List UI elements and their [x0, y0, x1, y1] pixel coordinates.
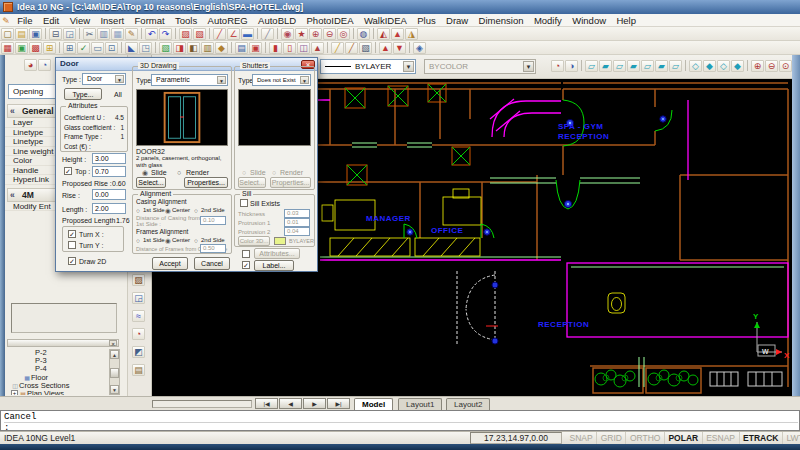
3d-type-combo[interactable]: Parametric▼: [151, 74, 228, 86]
toolbar-icon[interactable]: ↶: [145, 28, 158, 40]
toolbar-icon[interactable]: ◩: [132, 346, 145, 358]
toolbar-icon[interactable]: ▦: [111, 28, 124, 40]
toolbar-icon[interactable]: ▨: [132, 274, 145, 286]
toolbar-icon[interactable]: ◈: [413, 42, 426, 54]
toolbar-icon[interactable]: ◆: [215, 42, 228, 54]
toolbar-icon[interactable]: ╱: [261, 28, 274, 40]
toolbar-icon[interactable]: ╱: [331, 42, 344, 54]
toolbar-icon[interactable]: ▤: [235, 42, 248, 54]
toolbar-icon[interactable]: ▲: [379, 42, 392, 54]
turn-x-checkbox[interactable]: ✓: [68, 230, 76, 238]
toolbar-icon[interactable]: ◉: [281, 28, 294, 40]
frames-1st-radio[interactable]: ○: [136, 237, 140, 244]
toolbar-icon[interactable]: ✎: [125, 28, 138, 40]
casing-center-radio[interactable]: ◉: [165, 207, 171, 214]
tab-scroll-groove[interactable]: [152, 400, 252, 408]
toolbar-icon[interactable]: ▣: [15, 42, 28, 54]
sill-exists-checkbox[interactable]: [240, 199, 248, 207]
scroll-up-icon[interactable]: ▲: [110, 350, 119, 359]
length-field[interactable]: 2.00: [92, 203, 126, 214]
door-type-combo[interactable]: Door▼: [82, 73, 126, 85]
chevron-down-icon[interactable]: ▼: [115, 75, 124, 83]
toolbar-icon[interactable]: ⊙: [779, 60, 792, 72]
toolbar-icon[interactable]: ◨: [173, 42, 186, 54]
toolbar-icon[interactable]: ▤: [15, 28, 28, 40]
toolbar-icon[interactable]: ▨: [179, 28, 192, 40]
casing-2nd-radio[interactable]: ○: [194, 207, 198, 214]
chevron-down-icon[interactable]: ▼: [403, 61, 414, 72]
toolbar-icon[interactable]: ⊕: [309, 28, 322, 40]
toolbar-icon[interactable]: ▢: [1, 28, 14, 40]
command-line[interactable]: Cancel :: [0, 410, 800, 431]
menu-tools[interactable]: Tools: [170, 14, 203, 27]
collapse-icon[interactable]: «: [10, 190, 15, 200]
chevron-down-icon[interactable]: ▼: [217, 76, 226, 84]
toolbar-icon[interactable]: ◧: [187, 42, 200, 54]
toolbar-icon[interactable]: ◔: [132, 328, 145, 340]
menu-file[interactable]: File: [12, 14, 38, 27]
toolbar-icon[interactable]: ◔: [551, 60, 564, 72]
tree-item-p-2[interactable]: P-2: [7, 349, 108, 357]
chevron-down-icon[interactable]: ▼: [300, 76, 309, 84]
tree-item-plan-views[interactable]: +▤Plan Views: [7, 390, 108, 395]
render-radio[interactable]: ○: [177, 169, 181, 176]
toolbar-icon[interactable]: ★: [295, 28, 308, 40]
toolbar-icon[interactable]: ▱: [613, 60, 626, 72]
coordinates-readout[interactable]: 17.23,14.97,0.00: [470, 432, 562, 444]
tree-item-p-4[interactable]: P-4: [7, 365, 108, 373]
status-toggle-lwt[interactable]: LWT: [783, 432, 800, 444]
turn-y-checkbox[interactable]: [68, 241, 76, 249]
toolbar-icon[interactable]: ▱: [585, 60, 598, 72]
menu-dimension[interactable]: Dimension: [473, 14, 528, 27]
top-checkbox[interactable]: ✓: [64, 167, 72, 175]
tab-nav-next[interactable]: ▶: [303, 398, 326, 409]
toolbar-icon[interactable]: ▧: [193, 28, 206, 40]
toolbar-icon[interactable]: ▥: [201, 42, 214, 54]
toolbar-icon[interactable]: ⊞: [43, 42, 56, 54]
toolbar-icon[interactable]: ◲: [63, 28, 76, 40]
accept-button[interactable]: Accept: [152, 257, 188, 270]
menu-view[interactable]: View: [64, 14, 95, 27]
toolbar-icon[interactable]: ⊡: [105, 42, 118, 54]
toolbar-icon[interactable]: ▲: [311, 42, 324, 54]
toolbar-icon[interactable]: ▦: [1, 42, 14, 54]
menu-draw[interactable]: Draw: [441, 14, 474, 27]
toolbar-icon[interactable]: ◭: [377, 28, 390, 40]
casing-1st-radio[interactable]: ○: [136, 207, 140, 214]
toolbar-icon[interactable]: ◫: [297, 42, 310, 54]
toolbar-icon[interactable]: ◆: [731, 60, 744, 72]
toolbar-icon[interactable]: ✂: [83, 28, 96, 40]
scroll-down-icon[interactable]: ▼: [110, 385, 119, 394]
toolbar-icon[interactable]: ▣: [29, 28, 42, 40]
shutters-type-combo[interactable]: Does not Exist▼: [252, 74, 311, 86]
toolbar-icon[interactable]: ◇: [689, 60, 702, 72]
status-toggle-ortho[interactable]: ORTHO: [626, 432, 665, 444]
tab-nav-prev[interactable]: ◀: [279, 398, 302, 409]
toolbar-icon[interactable]: ▰: [655, 60, 668, 72]
toolbar-icon[interactable]: ⊕: [751, 60, 764, 72]
toolbar-icon[interactable]: ⊖: [765, 60, 778, 72]
close-icon[interactable]: ✕: [109, 340, 117, 346]
toolbar-icon[interactable]: ▣: [249, 42, 262, 54]
height-field[interactable]: 3.00: [92, 153, 126, 164]
menu-window[interactable]: Window: [567, 14, 611, 27]
tree-scrollbar[interactable]: ▲ ▼: [109, 349, 120, 395]
toolbar-icon[interactable]: ▯: [283, 42, 296, 54]
menu-help[interactable]: Help: [611, 14, 641, 27]
menu-walkidea[interactable]: WalkIDEA: [359, 14, 412, 27]
toolbar-icon[interactable]: ◕: [24, 59, 37, 71]
toolbar-icon[interactable]: ▧: [159, 42, 172, 54]
toolbar-icon[interactable]: ▰: [627, 60, 640, 72]
toolbar-icon[interactable]: ▱: [669, 60, 682, 72]
toolbar-icon[interactable]: ◳: [139, 42, 152, 54]
layer-color-combo[interactable]: BYLAYER▼: [320, 59, 416, 74]
toolbar-icon[interactable]: ◎: [337, 28, 350, 40]
attributes-checkbox[interactable]: [242, 250, 250, 258]
toolbar-icon[interactable]: ╱: [345, 42, 358, 54]
menu-autoreg[interactable]: AutoREG: [202, 14, 253, 27]
toolbar-icon[interactable]: ▰: [599, 60, 612, 72]
menu-photoidea[interactable]: PhotoIDEA: [301, 14, 358, 27]
toolbar-icon[interactable]: ↷: [159, 28, 172, 40]
status-toggle-polar[interactable]: POLAR: [665, 432, 703, 444]
properties-button[interactable]: Properties...: [184, 177, 228, 188]
